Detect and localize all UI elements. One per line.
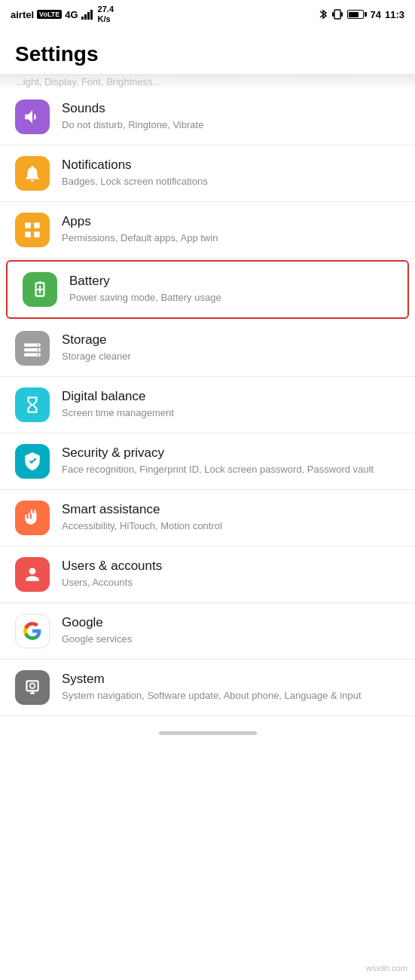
icon-notifications (15, 156, 50, 191)
page-title: Settings (0, 27, 415, 74)
status-bar: airtel VoLTE 4G 27.4K/s 74 11:3 (0, 0, 415, 27)
signal-icon (81, 9, 95, 20)
item-subtitle-smart-assistance: Accessibility, HiTouch, Motion control (62, 519, 400, 533)
svg-rect-5 (332, 12, 334, 17)
item-title-smart-assistance: Smart assistance (62, 502, 400, 517)
item-subtitle-users-accounts: Users, Accounts (62, 576, 400, 590)
svg-point-20 (30, 684, 35, 689)
item-text-security-privacy: Security & privacy Face recognition, Fin… (62, 446, 400, 476)
svg-rect-21 (30, 693, 35, 694)
battery-status-icon (347, 10, 367, 19)
item-subtitle-battery: Power saving mode, Battery usage (69, 291, 392, 305)
icon-digital-balance (15, 387, 50, 422)
icon-system (15, 670, 50, 705)
item-title-security-privacy: Security & privacy (62, 446, 400, 461)
item-title-notifications: Notifications (62, 158, 400, 173)
settings-item-system[interactable]: System System navigation, Software updat… (0, 660, 415, 716)
item-title-system: System (62, 672, 400, 687)
svg-rect-2 (87, 12, 90, 20)
carrier-text: airtel (11, 9, 34, 20)
svg-rect-8 (34, 222, 40, 228)
item-title-apps: Apps (62, 214, 400, 229)
svg-rect-3 (90, 10, 93, 20)
svg-point-18 (38, 354, 39, 356)
vibrate-icon (331, 8, 343, 20)
item-title-digital-balance: Digital balance (62, 389, 400, 404)
item-text-battery: Battery Power saving mode, Battery usage (69, 274, 392, 305)
status-left: airtel VoLTE 4G 27.4K/s (11, 5, 114, 24)
svg-rect-1 (84, 14, 87, 20)
time-text: 11:3 (385, 9, 404, 20)
svg-rect-6 (341, 12, 343, 17)
settings-item-smart-assistance[interactable]: Smart assistance Accessibility, HiTouch,… (0, 490, 415, 547)
svg-point-16 (38, 345, 39, 346)
settings-item-apps[interactable]: Apps Permissions, Default apps, App twin (0, 202, 415, 259)
item-title-sounds: Sounds (62, 101, 400, 116)
icon-security-privacy (15, 444, 50, 479)
battery-percent: 74 (371, 9, 381, 20)
icon-smart-assistance (15, 501, 50, 535)
speed-text: 27.4K/s (98, 5, 114, 24)
settings-item-storage[interactable]: Storage Storage cleaner (0, 320, 415, 377)
settings-item-users-accounts[interactable]: Users & accounts Users, Accounts (0, 547, 415, 603)
settings-item-security-privacy[interactable]: Security & privacy Face recognition, Fin… (0, 433, 415, 490)
item-subtitle-system: System navigation, Software update, Abou… (62, 689, 400, 703)
item-subtitle-digital-balance: Screen time management (62, 406, 400, 420)
home-indicator (0, 716, 415, 746)
icon-battery (23, 272, 57, 307)
svg-rect-7 (25, 222, 31, 228)
item-text-digital-balance: Digital balance Screen time management (62, 389, 400, 420)
svg-rect-9 (25, 231, 31, 237)
home-bar (159, 731, 257, 735)
svg-rect-10 (34, 231, 40, 237)
item-subtitle-sounds: Do not disturb, Ringtone, Vibrate (62, 118, 400, 132)
watermark: wsxdn.com (366, 963, 407, 972)
network-type: 4G (65, 9, 78, 20)
volte-badge: VoLTE (37, 10, 62, 19)
bluetooth-icon (319, 8, 328, 20)
status-right: 74 11:3 (319, 8, 405, 20)
svg-rect-22 (32, 691, 33, 692)
item-text-notifications: Notifications Badges, Lock screen notifi… (62, 158, 400, 188)
icon-apps (15, 213, 50, 247)
item-title-users-accounts: Users & accounts (62, 559, 400, 574)
item-text-sounds: Sounds Do not disturb, Ringtone, Vibrate (62, 101, 400, 132)
settings-item-google[interactable]: Google Google services (0, 603, 415, 660)
icon-sounds (15, 100, 50, 134)
icon-google (15, 614, 50, 648)
settings-item-digital-balance[interactable]: Digital balance Screen time management (0, 377, 415, 433)
settings-item-battery[interactable]: Battery Power saving mode, Battery usage (6, 260, 409, 319)
svg-point-17 (38, 349, 39, 351)
scroll-hint: ...ight, Display, Font, Brightness... (0, 74, 415, 89)
item-text-apps: Apps Permissions, Default apps, App twin (62, 214, 400, 245)
item-subtitle-google: Google services (62, 632, 400, 646)
item-subtitle-apps: Permissions, Default apps, App twin (62, 231, 400, 245)
svg-rect-12 (38, 281, 41, 283)
item-text-storage: Storage Storage cleaner (62, 332, 400, 363)
item-subtitle-storage: Storage cleaner (62, 350, 400, 363)
item-text-users-accounts: Users & accounts Users, Accounts (62, 559, 400, 590)
settings-list: Sounds Do not disturb, Ringtone, Vibrate… (0, 89, 415, 716)
item-subtitle-notifications: Badges, Lock screen notifications (62, 175, 400, 188)
item-title-storage: Storage (62, 332, 400, 348)
item-subtitle-security-privacy: Face recognition, Fingerprint ID, Lock s… (62, 463, 400, 476)
settings-item-sounds[interactable]: Sounds Do not disturb, Ringtone, Vibrate (0, 89, 415, 145)
svg-rect-4 (334, 10, 340, 19)
item-text-system: System System navigation, Software updat… (62, 672, 400, 703)
item-title-battery: Battery (69, 274, 392, 289)
svg-rect-0 (81, 17, 84, 20)
icon-storage (15, 331, 50, 366)
item-text-smart-assistance: Smart assistance Accessibility, HiTouch,… (62, 502, 400, 533)
item-title-google: Google (62, 615, 400, 630)
settings-item-notifications[interactable]: Notifications Badges, Lock screen notifi… (0, 145, 415, 202)
item-text-google: Google Google services (62, 615, 400, 646)
svg-rect-19 (26, 681, 38, 691)
icon-users-accounts (15, 557, 50, 592)
